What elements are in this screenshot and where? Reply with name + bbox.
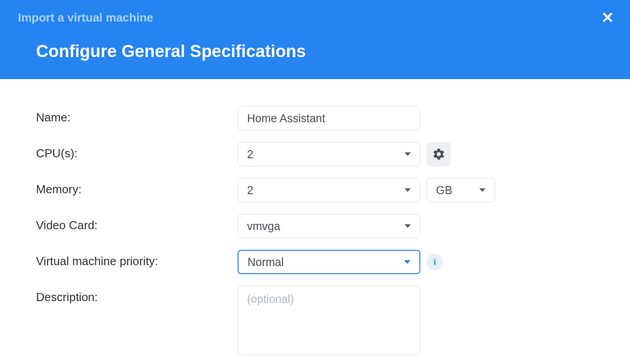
close-icon: ✕ <box>601 9 614 26</box>
memory-select[interactable]: 2 <box>238 178 420 202</box>
form-container: Name: CPU(s): 2 Memory: 2 <box>0 79 630 364</box>
label-description: Description: <box>36 286 238 304</box>
memory-value: 2 <box>247 184 405 197</box>
priority-value: Normal <box>248 256 404 269</box>
chevron-down-icon <box>479 188 486 192</box>
gear-icon <box>432 147 446 161</box>
video-card-select[interactable]: vmvga <box>238 214 420 238</box>
row-memory: Memory: 2 GB <box>36 178 594 202</box>
memory-unit-select[interactable]: GB <box>427 178 495 202</box>
row-cpus: CPU(s): 2 <box>36 142 594 166</box>
priority-select[interactable]: Normal <box>238 250 420 274</box>
video-card-value: vmvga <box>247 220 405 233</box>
chevron-down-icon <box>405 152 411 156</box>
cpus-select[interactable]: 2 <box>238 142 420 166</box>
chevron-down-icon <box>405 188 411 192</box>
breadcrumb: Import a virtual machine <box>18 11 612 25</box>
row-description: Description: <box>36 286 594 355</box>
name-input[interactable] <box>238 106 420 130</box>
row-name: Name: <box>36 106 594 130</box>
label-cpus: CPU(s): <box>36 142 238 160</box>
label-video-card: Video Card: <box>36 214 238 232</box>
chevron-down-icon <box>405 224 411 228</box>
info-icon: i <box>433 257 436 267</box>
page-title: Configure General Specifications <box>36 42 612 61</box>
priority-info-button[interactable]: i <box>427 254 443 270</box>
close-button[interactable]: ✕ <box>601 10 614 25</box>
chevron-down-icon <box>404 260 410 264</box>
description-textarea[interactable] <box>238 286 420 355</box>
cpu-settings-button[interactable] <box>427 142 451 166</box>
label-priority: Virtual machine priority: <box>36 250 238 268</box>
label-name: Name: <box>36 106 238 124</box>
row-priority: Virtual machine priority: Normal i <box>36 250 594 274</box>
row-video-card: Video Card: vmvga <box>36 214 594 238</box>
cpus-value: 2 <box>247 148 405 161</box>
dialog-header: Import a virtual machine Configure Gener… <box>0 0 630 79</box>
label-memory: Memory: <box>36 178 238 196</box>
memory-unit-value: GB <box>436 184 479 197</box>
